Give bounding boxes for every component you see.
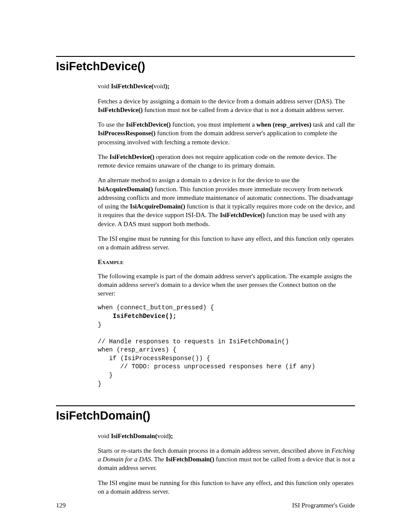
page-footer: 129 ISI Programmer's Guide	[56, 501, 355, 510]
section-rule	[56, 405, 355, 406]
paragraph: The IsiFetchDevice() operation does not …	[98, 152, 355, 170]
code-block: when (connect_button_pressed) { IsiFetch…	[98, 304, 355, 388]
signature-isifetchdevice: void IsiFetchDevice(void);	[98, 82, 355, 90]
example-label: Example	[98, 258, 355, 266]
paragraph: The following example is part of the dom…	[98, 272, 355, 298]
paragraph: The ISI engine must be running for this …	[98, 234, 355, 252]
heading-isifetchdomain: IsiFetchDomain()	[56, 408, 355, 423]
doc-title: ISI Programmer's Guide	[292, 501, 355, 510]
heading-isifetchdevice: IsiFetchDevice()	[56, 59, 355, 74]
body-isifetchdomain: void IsiFetchDomain(void); Starts or re-…	[98, 432, 355, 496]
section-rule	[56, 56, 355, 57]
paragraph: An alternate method to assign a domain t…	[98, 176, 355, 228]
page-number: 129	[56, 501, 66, 510]
paragraph: Starts or re-starts the fetch domain pro…	[98, 446, 355, 473]
page: IsiFetchDevice() void IsiFetchDevice(voi…	[0, 0, 411, 532]
paragraph: The ISI engine must be running for this …	[98, 479, 355, 496]
paragraph: Fetches a device by assigning a domain t…	[98, 97, 355, 115]
body-isifetchdevice: void IsiFetchDevice(void); Fetches a dev…	[98, 82, 355, 388]
paragraph: To use the IsiFetchDevice() function, yo…	[98, 120, 355, 146]
signature-isifetchdomain: void IsiFetchDomain(void);	[98, 432, 355, 440]
